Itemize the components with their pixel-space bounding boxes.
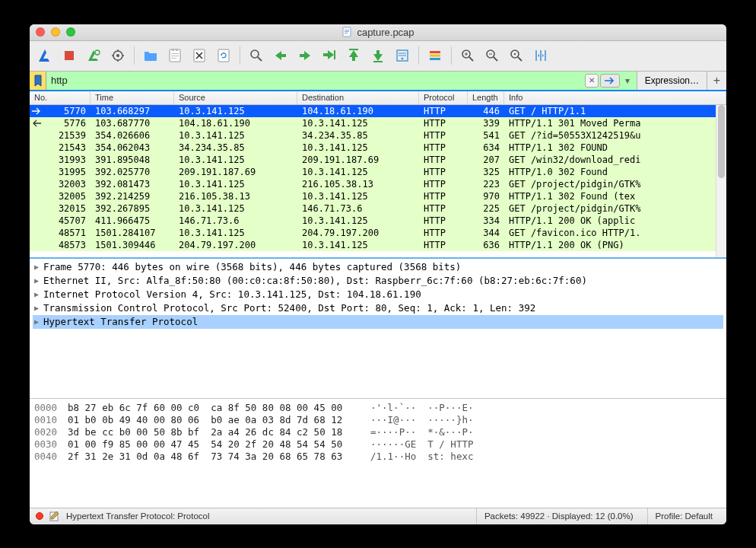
go-to-packet-button[interactable] <box>319 45 340 66</box>
svg-rect-19 <box>218 49 229 62</box>
svg-rect-15 <box>171 53 179 54</box>
svg-rect-30 <box>430 58 440 60</box>
packet-row[interactable]: 5770103.66829710.3.141.125104.18.61.190H… <box>30 105 716 117</box>
svg-rect-2 <box>345 31 349 32</box>
app-window: capture.pcap ✕ <box>30 24 726 524</box>
packet-row[interactable]: 5776103.687770104.18.61.19010.3.141.125H… <box>30 117 716 129</box>
hex-row[interactable]: 00402f 31 2e 31 0d 0a 48 6f 73 74 3a 20 … <box>34 451 722 463</box>
svg-rect-13 <box>172 49 174 51</box>
filter-bookmark-button[interactable] <box>30 72 46 90</box>
col-protocol[interactable]: Protocol <box>419 91 468 104</box>
resize-columns-button[interactable] <box>530 45 551 66</box>
status-packet-counts: Packets: 49922 · Displayed: 12 (0.0%) <box>476 508 641 524</box>
display-filter-input[interactable] <box>46 72 585 90</box>
packet-details-pane[interactable]: ▶ Frame 5770: 446 bytes on wire (3568 bi… <box>30 259 726 399</box>
col-length[interactable]: Length <box>468 91 504 104</box>
go-first-button[interactable] <box>343 45 364 66</box>
svg-rect-29 <box>430 55 440 57</box>
go-last-button[interactable] <box>367 45 389 66</box>
disclosure-triangle-icon[interactable]: ▶ <box>34 317 43 326</box>
disclosure-triangle-icon[interactable]: ▶ <box>34 290 43 298</box>
disclosure-triangle-icon[interactable]: ▶ <box>34 304 43 312</box>
col-time[interactable]: Time <box>91 91 174 104</box>
svg-point-5 <box>95 50 100 55</box>
disclosure-triangle-icon[interactable]: ▶ <box>34 263 43 271</box>
edit-preferences-icon[interactable] <box>49 511 60 521</box>
packet-row[interactable]: 31995392.025770209.191.187.6910.3.141.12… <box>30 166 716 178</box>
packet-row[interactable]: 32003392.08147310.3.141.125216.105.38.13… <box>30 178 716 190</box>
zoom-in-button[interactable] <box>457 45 478 66</box>
svg-rect-3 <box>345 33 348 33</box>
col-destination[interactable]: Destination <box>297 91 419 104</box>
colorize-button[interactable] <box>424 45 446 66</box>
close-file-button[interactable] <box>189 45 210 66</box>
status-bar: Hypertext Transfer Protocol: Protocol Pa… <box>30 508 726 524</box>
packet-row[interactable]: 32005392.214259216.105.38.1310.3.141.125… <box>30 190 716 202</box>
svg-rect-17 <box>171 58 176 59</box>
packet-list-scrollbar[interactable] <box>716 105 726 257</box>
svg-line-39 <box>518 57 522 61</box>
status-profile[interactable]: Profile: Default <box>647 508 720 524</box>
apply-filter-button[interactable] <box>600 74 620 88</box>
packet-row[interactable]: 45707411.966475146.71.73.610.3.141.125HT… <box>30 215 716 227</box>
window-title-text: capture.pcap <box>357 27 414 38</box>
detail-row[interactable]: ▶ Ethernet II, Src: Alfa_8f:50:80 (00:c0… <box>33 274 723 288</box>
status-selection: Hypertext Transfer Protocol: Protocol <box>66 511 210 521</box>
packet-list-body[interactable]: 5770103.66829710.3.141.125104.18.61.190H… <box>30 105 716 257</box>
svg-rect-4 <box>65 51 74 60</box>
hex-row[interactable]: 0000b8 27 eb 6c 7f 60 00 c0 ca 8f 50 80 … <box>34 402 722 414</box>
window-title: capture.pcap <box>30 27 726 38</box>
titlebar: capture.pcap <box>30 24 726 41</box>
packet-row[interactable]: 485731501.309446204.79.197.20010.3.141.1… <box>30 239 716 251</box>
hex-row[interactable]: 003001 00 f9 85 00 00 47 45 54 20 2f 20 … <box>34 438 722 451</box>
svg-line-32 <box>469 57 473 61</box>
svg-rect-28 <box>430 51 440 53</box>
detail-row[interactable]: ▶ Transmission Control Protocol, Src Por… <box>33 301 723 315</box>
svg-point-7 <box>116 54 119 57</box>
zoom-reset-button[interactable] <box>506 45 527 66</box>
packet-row[interactable]: 21543354.06204334.234.35.8510.3.141.125H… <box>30 142 716 154</box>
detail-row[interactable]: ▶ Internet Protocol Version 4, Src: 10.3… <box>33 288 723 301</box>
document-icon <box>341 27 352 37</box>
capture-options-button[interactable] <box>107 45 129 66</box>
expression-button[interactable]: Expression… <box>637 72 707 90</box>
svg-rect-16 <box>171 56 179 56</box>
packet-row[interactable]: 485711501.28410710.3.141.125204.79.197.2… <box>30 227 716 239</box>
main-toolbar <box>30 41 726 72</box>
save-file-button[interactable] <box>164 45 186 66</box>
zoom-out-button[interactable] <box>481 45 503 66</box>
hex-row[interactable]: 001001 b0 0b 49 40 00 80 06 b0 ae 0a 03 … <box>34 414 722 426</box>
go-back-button[interactable] <box>270 45 291 66</box>
stop-capture-button[interactable] <box>59 45 80 66</box>
open-file-button[interactable] <box>140 45 161 66</box>
reload-file-button[interactable] <box>213 45 234 66</box>
go-forward-button[interactable] <box>294 45 316 66</box>
auto-scroll-button[interactable] <box>392 45 413 66</box>
display-filter-bar: ✕ ▾ Expression… + <box>30 72 726 91</box>
clear-filter-button[interactable]: ✕ <box>585 74 599 88</box>
packet-row[interactable]: 32015392.26789510.3.141.125146.71.73.6HT… <box>30 202 716 215</box>
add-filter-button[interactable]: + <box>707 72 726 90</box>
disclosure-triangle-icon[interactable]: ▶ <box>34 276 43 285</box>
col-source[interactable]: Source <box>174 91 297 104</box>
col-no[interactable]: No. <box>30 91 91 104</box>
svg-point-20 <box>251 50 259 58</box>
packet-row[interactable]: 21539354.02660610.3.141.12534.234.35.85H… <box>30 129 716 142</box>
detail-row[interactable]: ▶ Frame 5770: 446 bytes on wire (3568 bi… <box>33 260 723 274</box>
col-info[interactable]: Info <box>504 91 726 104</box>
svg-line-21 <box>258 57 262 61</box>
packet-row[interactable]: 31993391.89504810.3.141.125209.191.187.6… <box>30 154 716 166</box>
packet-list-pane: No. Time Source Destination Protocol Len… <box>30 91 726 259</box>
svg-point-40 <box>514 53 516 55</box>
packet-list-header[interactable]: No. Time Source Destination Protocol Len… <box>30 91 726 105</box>
detail-row[interactable]: ▶ Hypertext Transfer Protocol <box>33 315 723 329</box>
hex-row[interactable]: 00203d be cc b0 00 50 8b bf 2a a4 26 dc … <box>34 426 722 438</box>
start-capture-button[interactable] <box>34 45 56 66</box>
expert-info-button[interactable] <box>36 512 43 520</box>
restart-capture-button[interactable] <box>83 45 104 66</box>
svg-rect-14 <box>176 49 178 51</box>
find-packet-button[interactable] <box>246 45 267 66</box>
packet-bytes-pane[interactable]: 0000b8 27 eb 6c 7f 60 00 c0 ca 8f 50 80 … <box>30 399 726 508</box>
filter-history-dropdown[interactable]: ▾ <box>621 75 634 86</box>
svg-rect-1 <box>345 30 349 30</box>
